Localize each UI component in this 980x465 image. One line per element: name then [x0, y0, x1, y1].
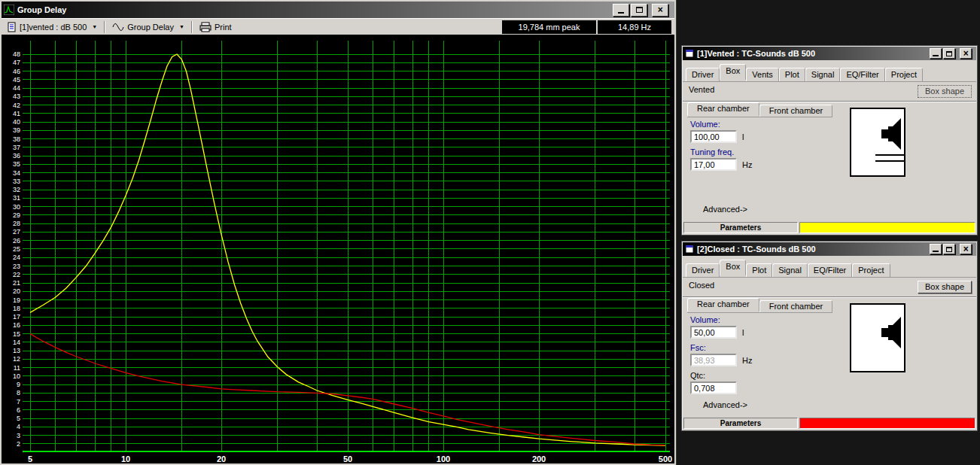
- maximize-icon: [946, 51, 952, 56]
- window-title: Group Delay: [17, 5, 610, 14]
- svg-text:24: 24: [13, 254, 20, 261]
- svg-text:2: 2: [17, 440, 20, 448]
- close-button[interactable]: ×: [652, 4, 668, 17]
- tuning-freq-unit: Hz: [742, 160, 752, 169]
- box-shape-button[interactable]: Box shape: [918, 85, 972, 98]
- minimize-button[interactable]: [613, 4, 629, 17]
- svg-text:9: 9: [17, 381, 20, 388]
- tab-bar: Driver Box Plot Signal EQ/Filter Project: [683, 256, 976, 278]
- volume-input[interactable]: [690, 326, 737, 339]
- svg-text:31: 31: [13, 194, 20, 202]
- toolbar-separator: [104, 21, 105, 33]
- tab-plot[interactable]: Plot: [779, 68, 805, 81]
- toolbar-separator: [191, 21, 193, 33]
- svg-text:25: 25: [13, 245, 20, 253]
- svg-text:19: 19: [13, 296, 20, 304]
- readouts: 19,784 mm peak 14,89 Hz: [502, 20, 671, 34]
- svg-text:10: 10: [121, 454, 130, 463]
- window-controls: ×: [930, 244, 972, 254]
- volume-input[interactable]: [690, 130, 737, 143]
- tab-box[interactable]: Box: [720, 64, 746, 81]
- close-button[interactable]: ×: [960, 244, 972, 254]
- volume-label: Volume:: [690, 120, 803, 129]
- svg-text:200: 200: [532, 454, 546, 463]
- tab-project[interactable]: Project: [852, 263, 890, 277]
- svg-text:4: 4: [17, 423, 20, 430]
- svg-text:34: 34: [13, 169, 20, 177]
- box-tab-panel: Vented Box shape Rear chamber Front cham…: [683, 82, 976, 222]
- chevron-down-icon: ▼: [92, 24, 97, 29]
- title-bar[interactable]: [2]Closed : TC-Sounds dB 500 ×: [683, 242, 976, 256]
- tab-signal[interactable]: Signal: [772, 263, 808, 277]
- tab-driver[interactable]: Driver: [686, 68, 720, 81]
- tab-rear-chamber[interactable]: Rear chamber: [687, 102, 759, 117]
- svg-text:15: 15: [13, 330, 20, 338]
- tab-project[interactable]: Project: [885, 68, 923, 81]
- svg-text:36: 36: [13, 152, 20, 160]
- minimize-button[interactable]: [930, 244, 942, 254]
- document-icon: [8, 22, 17, 32]
- plot-type-selector-label: Group Delay: [127, 23, 174, 32]
- svg-text:44: 44: [13, 84, 20, 92]
- close-icon: ×: [657, 5, 662, 14]
- svg-text:41: 41: [13, 110, 20, 117]
- svg-text:42: 42: [13, 102, 20, 109]
- svg-text:50: 50: [343, 454, 352, 463]
- window-title: [2]Closed : TC-Sounds dB 500: [697, 245, 927, 254]
- svg-text:5: 5: [17, 415, 20, 422]
- title-bar[interactable]: [1]Vented : TC-Sounds dB 500 ×: [683, 47, 976, 60]
- plot-svg: 2345678910111213141516171819202122232425…: [2, 35, 674, 463]
- title-bar[interactable]: Group Delay ×: [2, 2, 674, 18]
- desktop: Group Delay × [1]vented : dB 500 ▼ Group…: [0, 0, 980, 465]
- close-button[interactable]: ×: [960, 48, 972, 59]
- tab-plot[interactable]: Plot: [746, 263, 772, 277]
- window-controls: ×: [613, 4, 668, 17]
- tab-driver[interactable]: Driver: [686, 263, 720, 277]
- tuning-freq-input[interactable]: [690, 158, 737, 171]
- maximize-icon: [636, 7, 643, 13]
- box-type-label: Closed: [689, 281, 714, 290]
- tab-front-chamber[interactable]: Front chamber: [759, 300, 833, 312]
- maximize-icon: [946, 247, 952, 252]
- volume-field: Volume: l: [690, 315, 803, 339]
- tuning-freq-field: Tuning freq. Hz: [690, 147, 803, 171]
- advanced-button[interactable]: Advanced->: [703, 205, 747, 214]
- volume-unit: l: [742, 328, 744, 337]
- tab-rear-chamber[interactable]: Rear chamber: [687, 298, 759, 312]
- print-button[interactable]: Print: [196, 20, 236, 35]
- window-title: [1]Vented : TC-Sounds dB 500: [697, 49, 927, 58]
- tab-box[interactable]: Box: [720, 260, 746, 276]
- chamber-tab-bar: Rear chamber Front chamber: [687, 103, 832, 117]
- maximize-button[interactable]: [943, 244, 955, 254]
- plot-type-selector[interactable]: Group Delay ▼: [108, 20, 188, 35]
- tab-signal[interactable]: Signal: [805, 68, 841, 81]
- svg-text:20: 20: [217, 454, 226, 463]
- maximize-button[interactable]: [943, 48, 955, 59]
- tab-vents[interactable]: Vents: [746, 68, 779, 81]
- project-selector[interactable]: [1]vented : dB 500 ▼: [4, 20, 101, 35]
- tab-front-chamber[interactable]: Front chamber: [759, 105, 833, 117]
- maximize-button[interactable]: [631, 4, 647, 17]
- svg-text:21: 21: [13, 279, 20, 287]
- minimize-icon: [933, 55, 939, 56]
- svg-text:29: 29: [13, 211, 20, 219]
- minimize-button[interactable]: [930, 48, 942, 59]
- vented-box-window: [1]Vented : TC-Sounds dB 500 × Driver Bo…: [681, 45, 978, 236]
- qtc-input[interactable]: [690, 381, 737, 394]
- status-bar: Parameters: [683, 418, 975, 429]
- qtc-label: Qtc:: [690, 371, 803, 380]
- close-icon: ×: [963, 245, 968, 254]
- svg-text:27: 27: [13, 228, 20, 236]
- qtc-field: Qtc:: [690, 371, 803, 394]
- advanced-button[interactable]: Advanced->: [703, 400, 747, 409]
- port-line: [875, 160, 904, 162]
- svg-text:12: 12: [13, 355, 20, 363]
- svg-text:43: 43: [13, 93, 20, 100]
- box-tab-panel: Closed Box shape Rear chamber Front cham…: [683, 278, 976, 418]
- svg-text:35: 35: [13, 160, 20, 168]
- svg-text:30: 30: [13, 203, 20, 211]
- tab-eq-filter[interactable]: EQ/Filter: [808, 263, 852, 277]
- parameters-status: Parameters: [683, 222, 798, 233]
- tab-eq-filter[interactable]: EQ/Filter: [840, 68, 884, 81]
- box-shape-button[interactable]: Box shape: [918, 281, 972, 293]
